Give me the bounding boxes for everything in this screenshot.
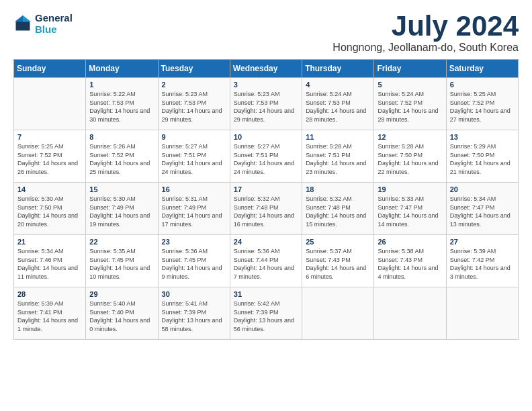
day-cell: 12Sunrise: 5:28 AM Sunset: 7:50 PM Dayli…	[374, 130, 446, 183]
day-cell: 19Sunrise: 5:33 AM Sunset: 7:47 PM Dayli…	[374, 183, 446, 235]
day-number: 19	[378, 185, 442, 193]
page: General Blue July 2024 Hongnong, Jeollan…	[0, 0, 532, 347]
cell-info: Sunrise: 5:25 AM Sunset: 7:52 PM Dayligh…	[17, 142, 82, 176]
day-number: 14	[17, 185, 82, 193]
calendar-body: 1Sunrise: 5:22 AM Sunset: 7:53 PM Daylig…	[14, 78, 519, 340]
day-cell: 16Sunrise: 5:31 AM Sunset: 7:49 PM Dayli…	[158, 183, 230, 235]
day-number: 6	[450, 81, 515, 89]
cell-info: Sunrise: 5:26 AM Sunset: 7:52 PM Dayligh…	[89, 142, 154, 176]
svg-marker-1	[23, 15, 31, 22]
day-cell: 5Sunrise: 5:24 AM Sunset: 7:52 PM Daylig…	[374, 78, 446, 130]
header-cell-friday: Friday	[374, 60, 446, 78]
cell-info: Sunrise: 5:36 AM Sunset: 7:44 PM Dayligh…	[234, 247, 298, 281]
cell-info: Sunrise: 5:33 AM Sunset: 7:47 PM Dayligh…	[378, 195, 442, 228]
cell-info: Sunrise: 5:28 AM Sunset: 7:51 PM Dayligh…	[306, 142, 370, 176]
day-cell: 2Sunrise: 5:23 AM Sunset: 7:53 PM Daylig…	[158, 78, 230, 130]
week-row-4: 28Sunrise: 5:39 AM Sunset: 7:41 PM Dayli…	[14, 287, 519, 340]
cell-info: Sunrise: 5:34 AM Sunset: 7:47 PM Dayligh…	[450, 195, 515, 228]
calendar-table: SundayMondayTuesdayWednesdayThursdayFrid…	[13, 59, 519, 340]
day-cell: 31Sunrise: 5:42 AM Sunset: 7:39 PM Dayli…	[230, 287, 302, 340]
day-cell: 22Sunrise: 5:35 AM Sunset: 7:45 PM Dayli…	[86, 235, 158, 287]
day-cell: 21Sunrise: 5:34 AM Sunset: 7:46 PM Dayli…	[14, 235, 86, 287]
cell-info: Sunrise: 5:31 AM Sunset: 7:49 PM Dayligh…	[162, 195, 226, 228]
week-row-1: 7Sunrise: 5:25 AM Sunset: 7:52 PM Daylig…	[14, 130, 519, 183]
cell-info: Sunrise: 5:29 AM Sunset: 7:50 PM Dayligh…	[450, 142, 515, 176]
day-cell: 24Sunrise: 5:36 AM Sunset: 7:44 PM Dayli…	[230, 235, 302, 287]
day-cell: 4Sunrise: 5:24 AM Sunset: 7:53 PM Daylig…	[302, 78, 374, 130]
cell-info: Sunrise: 5:36 AM Sunset: 7:45 PM Dayligh…	[162, 247, 226, 281]
cell-info: Sunrise: 5:30 AM Sunset: 7:50 PM Dayligh…	[17, 195, 82, 228]
header: General Blue July 2024 Hongnong, Jeollan…	[13, 12, 519, 54]
day-number: 10	[234, 133, 298, 141]
cell-info: Sunrise: 5:32 AM Sunset: 7:48 PM Dayligh…	[234, 195, 298, 228]
logo: General Blue	[13, 12, 73, 35]
week-row-0: 1Sunrise: 5:22 AM Sunset: 7:53 PM Daylig…	[14, 78, 519, 130]
day-number: 21	[17, 238, 82, 246]
day-cell: 1Sunrise: 5:22 AM Sunset: 7:53 PM Daylig…	[86, 78, 158, 130]
cell-info: Sunrise: 5:37 AM Sunset: 7:43 PM Dayligh…	[306, 247, 370, 281]
cell-info: Sunrise: 5:39 AM Sunset: 7:41 PM Dayligh…	[17, 300, 82, 333]
day-number: 7	[17, 133, 82, 141]
cell-info: Sunrise: 5:40 AM Sunset: 7:40 PM Dayligh…	[89, 300, 154, 333]
cell-info: Sunrise: 5:38 AM Sunset: 7:43 PM Dayligh…	[378, 247, 442, 281]
day-cell: 28Sunrise: 5:39 AM Sunset: 7:41 PM Dayli…	[14, 287, 86, 340]
day-number: 13	[450, 133, 515, 141]
day-number: 24	[234, 238, 298, 246]
logo-text: General Blue	[35, 12, 73, 35]
day-cell: 11Sunrise: 5:28 AM Sunset: 7:51 PM Dayli…	[302, 130, 374, 183]
day-cell: 7Sunrise: 5:25 AM Sunset: 7:52 PM Daylig…	[14, 130, 86, 183]
cell-info: Sunrise: 5:25 AM Sunset: 7:52 PM Dayligh…	[450, 90, 515, 124]
day-number: 11	[306, 133, 370, 141]
day-cell	[14, 78, 86, 130]
day-number: 22	[89, 238, 154, 246]
day-cell	[374, 287, 446, 340]
day-number: 1	[89, 81, 154, 89]
day-number: 29	[89, 290, 154, 298]
day-number: 15	[89, 185, 154, 193]
cell-info: Sunrise: 5:24 AM Sunset: 7:53 PM Dayligh…	[306, 90, 370, 124]
day-cell	[446, 287, 518, 340]
day-number: 17	[234, 185, 298, 193]
day-number: 23	[162, 238, 226, 246]
day-number: 20	[450, 185, 515, 193]
day-number: 16	[162, 185, 226, 193]
day-cell: 9Sunrise: 5:27 AM Sunset: 7:51 PM Daylig…	[158, 130, 230, 183]
day-number: 30	[162, 290, 226, 298]
location-title: Hongnong, Jeollanam-do, South Korea	[332, 42, 519, 54]
title-block: July 2024 Hongnong, Jeollanam-do, South …	[332, 12, 519, 54]
cell-info: Sunrise: 5:41 AM Sunset: 7:39 PM Dayligh…	[162, 300, 226, 333]
day-cell: 25Sunrise: 5:37 AM Sunset: 7:43 PM Dayli…	[302, 235, 374, 287]
day-cell: 23Sunrise: 5:36 AM Sunset: 7:45 PM Dayli…	[158, 235, 230, 287]
day-cell: 29Sunrise: 5:40 AM Sunset: 7:40 PM Dayli…	[86, 287, 158, 340]
day-cell: 30Sunrise: 5:41 AM Sunset: 7:39 PM Dayli…	[158, 287, 230, 340]
cell-info: Sunrise: 5:24 AM Sunset: 7:52 PM Dayligh…	[378, 90, 442, 124]
header-cell-monday: Monday	[86, 60, 158, 78]
header-cell-tuesday: Tuesday	[158, 60, 230, 78]
week-row-3: 21Sunrise: 5:34 AM Sunset: 7:46 PM Dayli…	[14, 235, 519, 287]
day-cell: 6Sunrise: 5:25 AM Sunset: 7:52 PM Daylig…	[446, 78, 518, 130]
week-row-2: 14Sunrise: 5:30 AM Sunset: 7:50 PM Dayli…	[14, 183, 519, 235]
cell-info: Sunrise: 5:34 AM Sunset: 7:46 PM Dayligh…	[17, 247, 82, 281]
day-number: 26	[378, 238, 442, 246]
day-cell: 3Sunrise: 5:23 AM Sunset: 7:53 PM Daylig…	[230, 78, 302, 130]
day-cell: 8Sunrise: 5:26 AM Sunset: 7:52 PM Daylig…	[86, 130, 158, 183]
cell-info: Sunrise: 5:23 AM Sunset: 7:53 PM Dayligh…	[162, 90, 226, 124]
day-cell: 17Sunrise: 5:32 AM Sunset: 7:48 PM Dayli…	[230, 183, 302, 235]
cell-info: Sunrise: 5:22 AM Sunset: 7:53 PM Dayligh…	[89, 90, 154, 124]
day-number: 25	[306, 238, 370, 246]
calendar-header-row: SundayMondayTuesdayWednesdayThursdayFrid…	[14, 60, 519, 78]
cell-info: Sunrise: 5:39 AM Sunset: 7:42 PM Dayligh…	[450, 247, 515, 281]
day-cell: 26Sunrise: 5:38 AM Sunset: 7:43 PM Dayli…	[374, 235, 446, 287]
month-title: July 2024	[332, 12, 519, 40]
day-number: 31	[234, 290, 298, 298]
header-cell-wednesday: Wednesday	[230, 60, 302, 78]
cell-info: Sunrise: 5:32 AM Sunset: 7:48 PM Dayligh…	[306, 195, 370, 228]
day-number: 27	[450, 238, 515, 246]
day-cell: 13Sunrise: 5:29 AM Sunset: 7:50 PM Dayli…	[446, 130, 518, 183]
cell-info: Sunrise: 5:30 AM Sunset: 7:49 PM Dayligh…	[89, 195, 154, 228]
day-number: 12	[378, 133, 442, 141]
day-number: 3	[234, 81, 298, 89]
day-cell: 27Sunrise: 5:39 AM Sunset: 7:42 PM Dayli…	[446, 235, 518, 287]
header-cell-sunday: Sunday	[14, 60, 86, 78]
day-cell	[302, 287, 374, 340]
